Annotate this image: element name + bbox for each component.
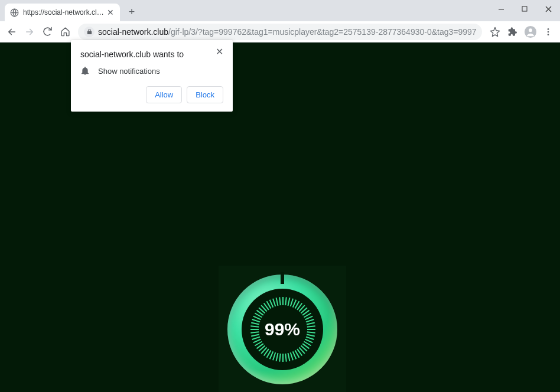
loader-widget: 99% — [219, 266, 346, 392]
url-text: social-network.club/gif-lp/3/?tag=999762… — [98, 27, 476, 37]
home-button[interactable] — [57, 24, 73, 40]
star-icon[interactable] — [487, 24, 503, 40]
url-path: /gif-lp/3/?tag=999762&tag1=musicplayer&t… — [168, 27, 476, 37]
profile-icon[interactable] — [522, 24, 539, 40]
titlebar: https://social-network.club/gif-lp ✕ + — [0, 0, 560, 21]
block-button[interactable]: Block — [187, 86, 223, 103]
loader-notch — [281, 272, 284, 284]
svg-point-7 — [548, 28, 549, 30]
extensions-icon[interactable] — [504, 24, 521, 40]
toolbar: social-network.club/gif-lp/3/?tag=999762… — [0, 21, 560, 43]
new-tab-button[interactable]: + — [123, 4, 140, 20]
svg-point-8 — [548, 31, 549, 32]
forward-button[interactable] — [21, 24, 38, 40]
notification-message: Show notifications — [98, 67, 160, 76]
bell-icon — [80, 66, 90, 76]
loader-outer-ring: 99% — [227, 275, 337, 384]
window-close-button[interactable] — [536, 0, 560, 18]
tab-title: https://social-network.club/gif-lp — [23, 8, 106, 17]
window-controls — [489, 0, 560, 18]
minimize-button[interactable] — [489, 0, 513, 18]
maximize-button[interactable] — [513, 0, 536, 18]
lock-icon — [84, 27, 95, 37]
notification-title: social-network.club wants to — [80, 50, 184, 59]
close-icon[interactable]: ✕ — [106, 8, 115, 17]
loader-inner: 99% — [242, 289, 323, 370]
globe-icon — [9, 8, 19, 17]
svg-point-9 — [548, 34, 549, 35]
notification-permission-popup: social-network.club wants to ✕ Show noti… — [71, 40, 233, 112]
address-bar[interactable]: social-network.club/gif-lp/3/?tag=999762… — [78, 24, 482, 40]
back-button[interactable] — [4, 24, 20, 40]
menu-icon[interactable] — [540, 24, 556, 40]
close-icon[interactable]: ✕ — [216, 47, 223, 57]
tab-active[interactable]: https://social-network.club/gif-lp ✕ — [5, 4, 120, 21]
svg-rect-2 — [522, 6, 527, 11]
reload-button[interactable] — [39, 24, 56, 40]
loader-percent: 99% — [265, 319, 300, 339]
svg-point-6 — [529, 28, 532, 32]
url-domain: social-network.club — [98, 27, 168, 37]
allow-button[interactable]: Allow — [146, 86, 182, 103]
